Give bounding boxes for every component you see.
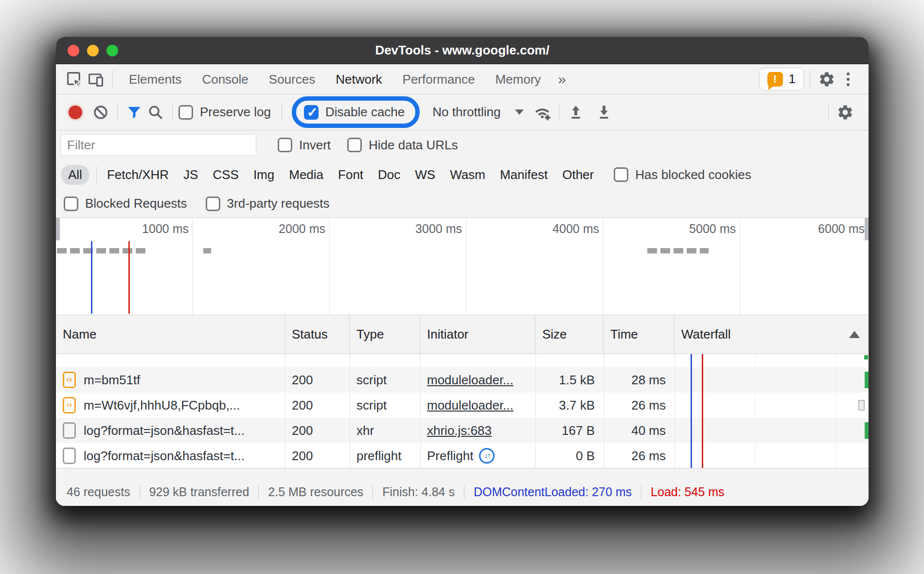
settings-gear-icon[interactable] (816, 69, 837, 90)
document-icon (63, 448, 76, 464)
type-filter-media[interactable]: Media (289, 167, 323, 182)
network-overview-timeline[interactable]: 1000 ms 2000 ms 3000 ms 4000 ms 5000 ms … (56, 218, 869, 315)
overview-right-handle[interactable] (865, 218, 869, 240)
preflight-icon[interactable]: ↓↑ (479, 448, 495, 464)
request-filters-row: Blocked Requests 3rd-party requests (56, 190, 869, 218)
invert-group[interactable]: Invert (278, 138, 331, 153)
hide-data-urls-checkbox[interactable] (347, 138, 362, 152)
column-header-name[interactable]: Name (56, 315, 285, 354)
inspect-element-icon[interactable] (64, 69, 85, 90)
table-row[interactable]: m=Wt6vjf,hhhU8,FCpbqb,... 200 script mod… (56, 393, 869, 418)
search-icon[interactable] (145, 102, 166, 123)
disable-cache-checkbox[interactable] (304, 105, 319, 120)
tab-performance[interactable]: Performance (392, 65, 485, 94)
type-filter-doc[interactable]: Doc (378, 167, 400, 182)
tab-console[interactable]: Console (192, 65, 258, 94)
tab-network[interactable]: Network (325, 65, 392, 94)
network-settings-gear-icon[interactable] (835, 102, 856, 123)
import-har-icon[interactable] (565, 102, 586, 123)
has-blocked-cookies-group[interactable]: Has blocked cookies (614, 167, 751, 182)
size-cell: 3.7 kB (535, 393, 604, 418)
gridline (603, 218, 604, 315)
blocked-requests-checkbox[interactable] (64, 197, 78, 211)
column-header-status[interactable]: Status (285, 315, 350, 354)
divider (117, 104, 118, 121)
column-header-type[interactable]: Type (350, 315, 420, 354)
has-blocked-cookies-checkbox[interactable] (614, 167, 628, 182)
type-filter-fetch-xhr[interactable]: Fetch/XHR (107, 167, 169, 182)
table-row[interactable]: m=bm51tf 200 script moduleloader... 1.5 … (56, 367, 869, 393)
type-filter-wasm[interactable]: Wasm (450, 167, 485, 182)
table-row[interactable]: log?format=json&hasfast=t... 200 preflig… (56, 443, 869, 468)
activity-band (203, 248, 211, 253)
filter-input[interactable] (61, 134, 256, 156)
throttling-value: No throttling (432, 105, 500, 120)
type-filter-ws[interactable]: WS (415, 167, 435, 182)
issues-badge[interactable]: ! 1 (759, 68, 804, 90)
initiator-link[interactable]: moduleloader... (427, 373, 514, 388)
waterfall-header-label: Waterfall (681, 327, 731, 342)
dcl-marker-line (91, 241, 92, 314)
tick-label: 6000 ms (738, 222, 865, 236)
waterfall-cell (675, 443, 869, 468)
filter-funnel-icon[interactable] (124, 102, 145, 123)
sort-ascending-icon (849, 331, 860, 338)
overview-left-handle[interactable] (56, 218, 60, 240)
preserve-log-group[interactable]: Preserve log (178, 105, 271, 120)
kebab-menu-icon[interactable] (837, 69, 859, 90)
waterfall-cell (675, 418, 869, 443)
column-header-size[interactable]: Size (535, 315, 604, 354)
summary-domcontentloaded: DOMContentLoaded: 270 ms (474, 485, 632, 499)
size-cell: 0 B (535, 443, 604, 468)
resource-type-filters: All Fetch/XHR JS CSS Img Media Font Doc … (56, 160, 869, 190)
activity-band (57, 248, 147, 253)
summary-requests: 46 requests (67, 485, 130, 499)
issues-count: 1 (789, 72, 796, 87)
tab-elements[interactable]: Elements (119, 65, 192, 94)
type-filter-manifest[interactable]: Manifest (500, 167, 548, 182)
clear-icon[interactable] (90, 102, 111, 123)
more-panels-chevron[interactable]: » (551, 65, 573, 94)
request-name-cell: m=Wt6vjf,hhhU8,FCpbqb,... (56, 393, 285, 418)
third-party-checkbox[interactable] (206, 197, 220, 211)
network-conditions-icon[interactable] (532, 102, 553, 123)
column-divider (604, 354, 604, 468)
waterfall-gridline (835, 354, 836, 468)
type-filter-img[interactable]: Img (253, 167, 274, 182)
export-har-icon[interactable] (593, 102, 615, 123)
tab-memory[interactable]: Memory (485, 65, 551, 94)
hide-data-urls-group[interactable]: Hide data URLs (347, 138, 458, 153)
initiator-link[interactable]: xhrio.js:683 (427, 423, 492, 438)
document-icon (63, 422, 76, 439)
devtools-window: DevTools - www.google.com/ Elements Cons… (56, 37, 869, 506)
type-filter-other[interactable]: Other (562, 167, 594, 182)
request-name: m=Wt6vjf,hhhU8,FCpbqb,... (84, 398, 240, 413)
table-row[interactable]: log?format=json&hasfast=t... 200 xhr xhr… (56, 418, 869, 443)
column-header-waterfall[interactable]: Waterfall (675, 315, 869, 354)
type-filter-all[interactable]: All (61, 165, 89, 185)
waterfall-gridline (755, 354, 755, 468)
gridline (193, 218, 193, 315)
record-icon[interactable] (69, 106, 82, 119)
request-name: log?format=json&hasfast=t... (84, 448, 245, 464)
devtools-tabbar: Elements Console Sources Network Perform… (56, 64, 869, 94)
preserve-log-checkbox[interactable] (178, 105, 193, 120)
throttling-select[interactable]: No throttling (432, 105, 524, 120)
initiator-label: Preflight (427, 448, 473, 464)
type-filter-font[interactable]: Font (338, 167, 363, 182)
column-header-time[interactable]: Time (604, 315, 675, 354)
tab-sources[interactable]: Sources (259, 65, 325, 94)
device-toolbar-icon[interactable] (85, 69, 107, 90)
third-party-group[interactable]: 3rd-party requests (206, 196, 330, 211)
invert-checkbox[interactable] (278, 138, 292, 152)
time-cell: 28 ms (604, 367, 675, 393)
script-icon (63, 397, 76, 413)
initiator-link[interactable]: moduleloader... (427, 398, 514, 413)
tick-label: 4000 ms (473, 222, 599, 236)
blocked-requests-group[interactable]: Blocked Requests (64, 196, 187, 211)
type-filter-js[interactable]: JS (183, 167, 198, 182)
type-filter-css[interactable]: CSS (213, 167, 238, 182)
window-titlebar: DevTools - www.google.com/ (56, 37, 869, 64)
summary-load: Load: 545 ms (651, 485, 725, 499)
column-header-initiator[interactable]: Initiator (420, 315, 535, 354)
